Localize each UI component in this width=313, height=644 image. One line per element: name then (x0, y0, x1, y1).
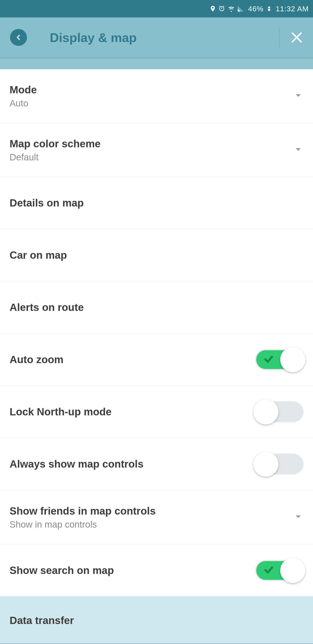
chevron-down-icon (294, 146, 304, 154)
row-title: Auto zoom (9, 353, 255, 366)
row-title: Always show map controls (9, 458, 255, 470)
app-header: Display & map (0, 18, 313, 59)
back-button[interactable] (10, 29, 27, 46)
row-alerts-on-route[interactable]: Alerts on route (0, 282, 313, 334)
row-mode[interactable]: Mode Auto (0, 69, 313, 123)
chevron-down-icon (294, 513, 304, 522)
row-show-friends-in-map-controls[interactable]: Show friends in map controls Show in map… (0, 490, 313, 544)
row-title: Show friends in map controls (9, 504, 294, 518)
header-divider (279, 28, 280, 47)
row-value: Auto (9, 98, 294, 108)
status-bar: 46% 11:32 AM (0, 0, 313, 18)
chevron-down-icon (294, 92, 304, 100)
row-title: Lock North-up mode (9, 405, 255, 418)
toggle-lock-north-up[interactable] (255, 402, 304, 422)
close-button[interactable] (289, 30, 304, 45)
toggle-always-show-map-controls[interactable] (255, 454, 304, 474)
row-lock-north-up[interactable]: Lock North-up mode (0, 386, 313, 438)
row-always-show-map-controls[interactable]: Always show map controls (0, 438, 313, 490)
row-value: Default (9, 152, 294, 162)
wifi-icon (227, 4, 235, 13)
header-shadow (0, 59, 313, 69)
toggle-show-search-on-map[interactable] (255, 560, 304, 581)
row-value: Show in map controls (9, 519, 294, 530)
row-car-on-map[interactable]: Car on map (0, 229, 313, 282)
row-title: Map color scheme (9, 137, 294, 150)
section-data-transfer: Data transfer (0, 596, 313, 644)
row-auto-zoom[interactable]: Auto zoom (0, 334, 313, 386)
row-map-color-scheme[interactable]: Map color scheme Default (0, 123, 313, 177)
clock-label: 11:32 AM (276, 4, 309, 13)
row-title: Alerts on route (9, 301, 304, 314)
row-title: Car on map (9, 249, 304, 262)
alarm-icon (218, 5, 225, 12)
battery-icon (267, 5, 272, 12)
settings-list: Mode Auto Map color scheme Default Detai… (0, 69, 313, 644)
row-title: Details on map (9, 196, 304, 210)
row-title: Mode (9, 83, 294, 96)
status-icons: 46% 11:32 AM (209, 4, 309, 13)
row-title: Show search on map (9, 564, 255, 577)
location-icon (209, 5, 216, 12)
row-details-on-map[interactable]: Details on map (0, 177, 313, 229)
section-title: Data transfer (9, 614, 74, 626)
svg-rect-0 (269, 9, 270, 10)
row-show-search-on-map[interactable]: Show search on map (0, 544, 313, 596)
toggle-auto-zoom[interactable] (255, 349, 304, 370)
page-title: Display & map (50, 30, 279, 45)
battery-pct-label: 46% (248, 4, 264, 13)
signal-icon (237, 5, 244, 12)
